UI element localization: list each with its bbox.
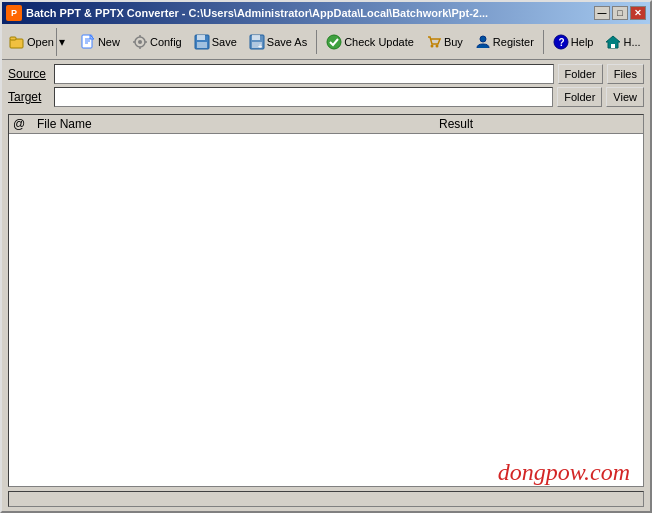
saveas-label: Save As: [267, 36, 307, 48]
col-at-header: @: [13, 117, 33, 131]
svg-rect-27: [611, 44, 615, 48]
svg-rect-1: [10, 37, 16, 40]
register-button[interactable]: Register: [470, 28, 539, 56]
source-label: Source: [8, 67, 50, 81]
help-label: Help: [571, 36, 594, 48]
table-body: [9, 134, 643, 486]
open-button[interactable]: Open ▾: [4, 28, 73, 56]
source-row: Source Folder Files: [8, 64, 644, 84]
close-button[interactable]: ✕: [630, 6, 646, 20]
save-button[interactable]: Save: [189, 28, 242, 56]
svg-rect-17: [252, 35, 260, 40]
config-label: Config: [150, 36, 182, 48]
window-title: Batch PPT & PPTX Converter - C:\Users\Ad…: [26, 7, 488, 19]
new-icon: [80, 34, 96, 50]
form-area: Source Folder Files Target Folder View: [2, 60, 650, 114]
source-input[interactable]: [54, 64, 554, 84]
target-label: Target: [8, 90, 50, 104]
svg-point-21: [430, 44, 433, 47]
table-header: @ File Name Result: [9, 115, 643, 134]
toolbar-separator-2: [543, 30, 544, 54]
svg-point-8: [138, 40, 142, 44]
help-icon: ?: [553, 34, 569, 50]
save-icon: [194, 34, 210, 50]
svg-point-20: [327, 35, 341, 49]
maximize-button[interactable]: □: [612, 6, 628, 20]
buy-button[interactable]: Buy: [421, 28, 468, 56]
bottom-area: dongpow.com: [2, 491, 650, 511]
open-icon: [9, 34, 25, 50]
target-folder-button[interactable]: Folder: [557, 87, 602, 107]
col-filename-header: File Name: [33, 117, 439, 131]
buy-label: Buy: [444, 36, 463, 48]
svg-text:+: +: [258, 43, 262, 50]
config-icon: [132, 34, 148, 50]
source-files-button[interactable]: Files: [607, 64, 644, 84]
home-label: H...: [623, 36, 640, 48]
checkupdate-button[interactable]: Check Update: [321, 28, 419, 56]
minimize-button[interactable]: —: [594, 6, 610, 20]
svg-point-23: [480, 36, 486, 42]
new-label: New: [98, 36, 120, 48]
register-icon: [475, 34, 491, 50]
target-view-button[interactable]: View: [606, 87, 644, 107]
save-label: Save: [212, 36, 237, 48]
target-input[interactable]: [54, 87, 553, 107]
open-label: Open: [27, 36, 54, 48]
svg-point-22: [435, 44, 438, 47]
col-result-header: Result: [439, 117, 639, 131]
main-window: P Batch PPT & PPTX Converter - C:\Users\…: [0, 0, 652, 513]
file-table: @ File Name Result: [8, 114, 644, 487]
checkupdate-label: Check Update: [344, 36, 414, 48]
horizontal-scrollbar[interactable]: [8, 491, 644, 507]
buy-icon: [426, 34, 442, 50]
saveas-icon: +: [249, 34, 265, 50]
title-buttons: — □ ✕: [594, 6, 646, 20]
source-folder-button[interactable]: Folder: [558, 64, 603, 84]
watermark: dongpow.com: [498, 459, 630, 486]
title-bar-left: P Batch PPT & PPTX Converter - C:\Users\…: [6, 5, 488, 21]
target-row: Target Folder View: [8, 87, 644, 107]
title-bar: P Batch PPT & PPTX Converter - C:\Users\…: [2, 2, 650, 24]
checkupdate-icon: [326, 34, 342, 50]
toolbar-separator-1: [316, 30, 317, 54]
home-icon: [605, 34, 621, 50]
app-icon: P: [6, 5, 22, 21]
config-button[interactable]: Config: [127, 28, 187, 56]
help-button[interactable]: ? Help: [548, 28, 599, 56]
register-label: Register: [493, 36, 534, 48]
svg-text:?: ?: [558, 37, 564, 48]
saveas-button[interactable]: + Save As: [244, 28, 312, 56]
svg-rect-15: [197, 42, 207, 48]
new-button[interactable]: New: [75, 28, 125, 56]
svg-rect-14: [197, 35, 205, 40]
home-button[interactable]: H...: [600, 28, 645, 56]
open-dropdown-arrow[interactable]: ▾: [56, 28, 68, 56]
toolbar: Open ▾ New: [2, 24, 650, 60]
